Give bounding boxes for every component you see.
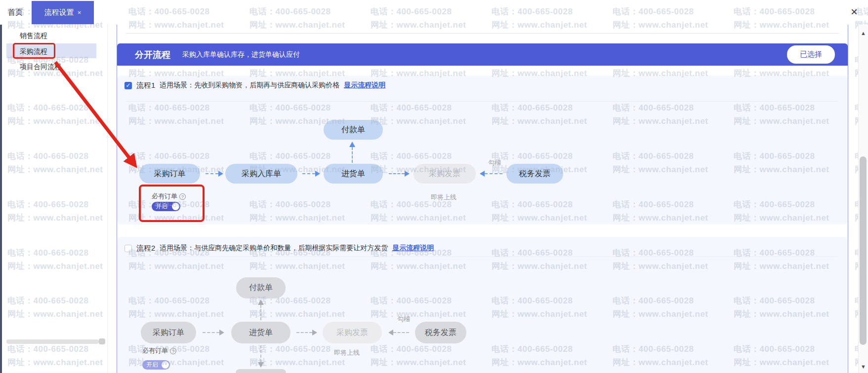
annotation-box-purchase-flow: [13, 43, 55, 59]
watermark-site: 网址：www.chanjet.net: [249, 19, 345, 31]
watermark-site: 网址：www.chanjet.net: [7, 261, 103, 272]
flow2-row-divider: [126, 257, 837, 257]
watermark-phone: 电话：400-665-0028: [492, 6, 573, 17]
watermark-phone: 电话：400-665-0028: [371, 6, 452, 17]
flow1-arrow-2: [302, 171, 320, 177]
flow1-reconcile-label: 勾稽: [488, 158, 501, 167]
flow2-order-required-toggle[interactable]: 开启: [142, 360, 170, 370]
tab-process-settings-label: 流程设置: [44, 8, 74, 17]
section-header: 分开流程 采购入库单确认库存，进货单确认应付 已选择: [117, 43, 848, 66]
watermark-phone: 电话：400-665-0028: [249, 6, 331, 17]
tab-close-icon[interactable]: ×: [78, 9, 82, 16]
flow2-reconcile-label: 勾稽: [397, 315, 410, 324]
flow1-node-purchase-inbound: 采购入库单: [225, 164, 297, 184]
flow1-panel: [117, 75, 848, 224]
section-title: 分开流程: [135, 49, 170, 61]
watermark-site: 网址：www.chanjet.net: [613, 19, 708, 31]
flow1-node-tax-invoice: 税务发票: [506, 164, 563, 184]
flow2-arrow-reconcile: [388, 330, 409, 336]
process-settings-page: 首页 流程设置 × × 销售流程 采购流程 项目合同流程 分开流程 采购入库单确…: [0, 0, 868, 373]
top-divider: [126, 33, 839, 34]
flow2-toggle-knob: [162, 361, 169, 369]
watermark-site: 网址：www.chanjet.net: [7, 212, 103, 224]
flow1-arrow-reconcile: [480, 171, 502, 177]
flow1-node-payment: 付款单: [324, 120, 383, 140]
watermark-phone: 电话：400-665-0028: [7, 150, 88, 162]
flow1-row: ✓ 流程1 适用场景：先收到采购物资，后期再与供应商确认采购价格 显示流程说明: [124, 79, 385, 92]
selected-button[interactable]: 已选择: [787, 45, 835, 64]
flow1-arrow-3: [389, 171, 410, 177]
watermark-site: 网址：www.chanjet.net: [7, 308, 103, 320]
scrollbar-thumb[interactable]: [860, 156, 867, 345]
flow1-node-incoming: 进货单: [324, 164, 383, 184]
flow1-coming-soon-label: 即将上线: [431, 193, 456, 202]
flow2-help-icon[interactable]: ?: [170, 348, 176, 354]
flow1-node-purchase-invoice: 采购发票: [413, 164, 476, 184]
watermark-phone: 电话：400-665-0028: [734, 6, 815, 17]
flow2-partial-node: [236, 369, 286, 373]
watermark-site: 网址：www.chanjet.net: [734, 19, 829, 31]
flow1-arrow-1: [206, 171, 223, 177]
flow1-row-divider: [126, 101, 837, 102]
flow2-node-tax-invoice: 税务发票: [415, 322, 466, 343]
sidebar-item-sales-flow[interactable]: 销售流程: [20, 32, 47, 40]
annotation-box-order-required: [139, 185, 205, 222]
watermark-phone: 电话：400-665-0028: [7, 199, 88, 210]
flow2-panel: [117, 237, 848, 373]
watermark-site: 网址：www.chanjet.net: [7, 357, 103, 368]
watermark-phone: 电话：400-665-0028: [7, 247, 88, 259]
watermark-site: 网址：www.chanjet.net: [492, 19, 587, 31]
flow2-arrow-1: [203, 330, 224, 336]
flow2-row: 流程2 适用场景：与供应商先确定采购单价和数量，后期根据实际需要让对方发货 显示…: [124, 242, 434, 255]
watermark-site: 网址：www.chanjet.net: [7, 164, 103, 175]
sidebar-right-border: [107, 25, 108, 373]
flow1-arrow-incoming-to-payment: [349, 142, 356, 163]
scrollbar-up-icon[interactable]: ▲: [861, 31, 866, 36]
flow1-name: 流程1: [136, 81, 155, 90]
watermark-phone: 电话：400-665-0028: [128, 6, 209, 17]
watermark-phone: 电话：400-665-0028: [7, 102, 88, 113]
left-dark-edge: [0, 25, 2, 373]
flow2-toggle-state: 开启: [146, 361, 158, 369]
watermark-phone: 电话：400-665-0028: [613, 6, 694, 17]
flow2-order-required: 必有订单 ?: [142, 346, 176, 355]
flow1-node-purchase-order: 采购订单: [139, 164, 200, 184]
window-close-icon[interactable]: ×: [851, 6, 858, 18]
scrollbar-down-icon[interactable]: ▼: [861, 364, 866, 370]
watermark-site: 网址：www.chanjet.net: [128, 19, 224, 31]
tab-home[interactable]: 首页: [8, 8, 23, 17]
flow1-show-description-link[interactable]: 显示流程说明: [344, 81, 385, 90]
flow2-name: 流程2: [136, 244, 155, 253]
flow2-arrow-down-from-incoming: [257, 345, 264, 368]
flow1-checkbox[interactable]: ✓: [124, 82, 132, 89]
flow2-arrow-2: [296, 330, 317, 336]
watermark-site: 网址：www.chanjet.net: [7, 115, 103, 127]
flow2-show-description-link[interactable]: 显示流程说明: [392, 244, 434, 253]
sidebar-hscrollbar-notch[interactable]: [99, 338, 105, 344]
flow2-checkbox[interactable]: [124, 245, 132, 252]
watermark-phone: 电话：400-665-0028: [7, 343, 88, 355]
sidebar-hscrollbar[interactable]: [6, 339, 99, 344]
flow2-arrow-incoming-to-payment: [257, 299, 264, 320]
flow2-scenario: 适用场景：与供应商先确定采购单价和数量，后期根据实际需要让对方发货: [160, 244, 388, 253]
section-subtitle: 采购入库单确认库存，进货单确认应付: [182, 50, 300, 59]
flow2-coming-soon-label: 即将上线: [334, 348, 360, 357]
watermark-site: 网址：www.chanjet.net: [371, 19, 466, 31]
flow2-node-purchase-order: 采购订单: [141, 322, 196, 343]
flow2-node-incoming: 进货单: [231, 322, 290, 343]
watermark-phone: 电话：400-665-0028: [7, 295, 88, 306]
panel-right-border: [848, 25, 848, 373]
tab-process-settings[interactable]: 流程设置 ×: [32, 1, 94, 24]
flow2-order-required-label: 必有订单: [142, 346, 168, 355]
sidebar-item-project-contract-flow[interactable]: 项目合同流程: [20, 63, 61, 72]
flow1-scenario: 适用场景：先收到采购物资，后期再与供应商确认采购价格: [160, 81, 339, 90]
flow2-node-purchase-invoice: 采购发票: [323, 322, 382, 343]
flow2-node-payment: 付款单: [236, 277, 286, 298]
